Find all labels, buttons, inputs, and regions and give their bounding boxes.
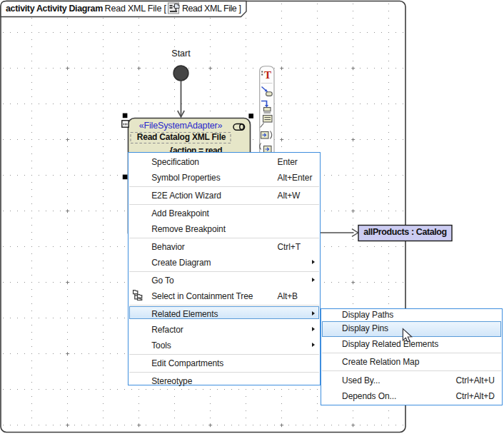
svg-text:T: T — [264, 69, 271, 81]
